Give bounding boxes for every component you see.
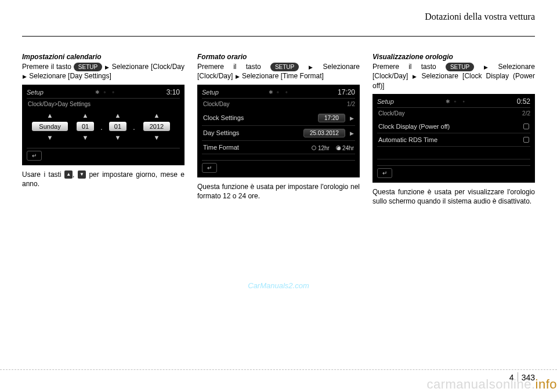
down-key-icon: ▼ — [78, 170, 86, 179]
note-calendar: Usare i tasti ▲, ▼ per impostare giorno,… — [22, 170, 185, 188]
breadcrumb-text: Clock/Day>Day Settings — [28, 101, 91, 107]
chevron-right-icon: ▶ — [350, 130, 354, 136]
column-clock-display: Visualizzazione orologio Premere il tast… — [372, 53, 535, 206]
row-auto-rds-time[interactable]: Automatic RDS Time — [377, 133, 530, 147]
row-value: 17:20 — [318, 114, 345, 122]
radio-24hr[interactable] — [336, 146, 341, 150]
bluetooth-icon: ✱ — [269, 89, 273, 94]
subhead-timeformat: Formato orario — [197, 53, 360, 61]
screen-statusbar: Setup ✱ ▫ ▫ 3:10 — [27, 88, 180, 98]
screen-statusbar: Setup ✱ ▫ ▫ 17:20 — [202, 88, 355, 98]
text-accent: info — [536, 377, 557, 391]
battery-icon: ▫ — [112, 89, 117, 94]
up-arrow-icon[interactable]: ▲ — [136, 111, 178, 119]
up-arrow-icon[interactable]: ▲ — [71, 111, 100, 119]
checkbox[interactable] — [523, 137, 529, 143]
text: Premere il tasto — [197, 63, 270, 71]
down-arrow-icon[interactable]: ▼ — [136, 133, 178, 141]
radio-label-24hr: 24hr — [342, 144, 354, 151]
triangle-icon: ▶ — [484, 64, 488, 71]
page-indicator: 1/2 — [347, 101, 355, 107]
weekday-field[interactable]: Sunday — [32, 122, 68, 131]
instr-timeformat: Premere il tasto SETUP ▶ Selezionare [Cl… — [197, 62, 360, 81]
down-arrow-icon[interactable]: ▼ — [103, 133, 132, 141]
page-header-title: Dotazioni della vostra vettura — [22, 12, 535, 24]
triangle-icon: ▶ — [105, 64, 109, 71]
screen-breadcrumb: Clock/Day>Day Settings — [27, 98, 180, 111]
screen-time-format: Setup ✱ ▫ ▫ 17:20 Clock/Day 1/2 Clock Se… — [197, 85, 360, 178]
row-label: Time Format — [203, 144, 239, 151]
text: Premere il tasto — [372, 63, 446, 71]
screen-breadcrumb: Clock/Day 1/2 — [202, 98, 355, 111]
note-clockdisplay: Questa funzione è usata per visualizzare… — [372, 187, 535, 206]
text: Selezionare [Clock/Day — [110, 63, 185, 71]
battery-icon: ▫ — [462, 99, 467, 103]
screen-title: Setup — [377, 98, 394, 105]
triangle-icon: ▶ — [413, 73, 417, 80]
status-icons: ✱ ▫ ▫ — [266, 89, 291, 95]
back-button[interactable]: ↵ — [202, 163, 217, 173]
breadcrumb-text: Clock/Day — [378, 110, 405, 117]
screen-breadcrumb: Clock/Day 2/2 — [377, 107, 530, 120]
screen-footer: ↵ — [27, 148, 180, 161]
bluetooth-icon: ✱ — [95, 89, 100, 94]
status-icons: ✱ ▫ ▫ — [93, 89, 117, 95]
row-value: 25.03.2012 — [303, 129, 345, 137]
triangle-icon: ▶ — [236, 73, 240, 80]
screen-footer: ↵ — [202, 160, 355, 173]
text: Selezionare [Day Settings] — [27, 72, 111, 80]
up-arrow-icon[interactable]: ▲ — [103, 111, 132, 119]
setup-button-label: SETUP — [446, 63, 474, 71]
text: Selezionare [Time Format] — [240, 72, 324, 80]
checkbox[interactable] — [523, 124, 529, 129]
status-icons: ✱ ▫ ▫ — [443, 98, 468, 104]
screen-clock: 3:10 — [167, 88, 180, 96]
radio-12hr[interactable] — [312, 146, 316, 150]
row-label: Clock Settings — [203, 114, 244, 121]
watermark-carmanualsonline: carmanualsonline.info — [426, 377, 557, 392]
dashed-rule — [0, 369, 557, 370]
row-time-format[interactable]: Time Format 12hr 24hr — [202, 141, 355, 155]
down-arrow-icon[interactable]: ▼ — [71, 133, 100, 141]
watermark-carmanuals2: CarManuals2.com — [248, 281, 309, 290]
screen-title: Setup — [27, 89, 44, 96]
day-field[interactable]: 01 — [77, 122, 94, 131]
row-clock-settings[interactable]: Clock Settings 17:20 ▶ — [202, 111, 355, 126]
triangle-icon: ▶ — [309, 64, 313, 71]
setup-button-label: SETUP — [74, 63, 102, 71]
row-empty — [377, 147, 530, 159]
day-arrows-up: ▲ ▲ . ▲ . ▲ — [27, 111, 180, 120]
instr-calendar: Premere il tasto SETUP ▶ Selezionare [Cl… — [22, 62, 185, 81]
column-calendar-settings: Impostazioni calendario Premere il tasto… — [22, 53, 185, 206]
down-arrow-icon[interactable]: ▼ — [29, 133, 71, 141]
screen-title: Setup — [202, 89, 219, 96]
year-field[interactable]: 2012 — [143, 122, 170, 131]
up-arrow-icon[interactable]: ▲ — [29, 111, 71, 119]
screen-clock-display: Setup ✱ ▫ ▫ 0:52 Clock/Day 2/2 Clock Dis… — [372, 94, 535, 183]
screen-statusbar: Setup ✱ ▫ ▫ 0:52 — [377, 97, 530, 107]
text: , — [73, 170, 78, 179]
up-key-icon: ▲ — [64, 170, 73, 179]
back-button[interactable]: ↵ — [27, 151, 42, 161]
signal-icon: ▫ — [104, 89, 108, 94]
row-label: Day Settings — [203, 129, 239, 136]
screen-clock: 0:52 — [517, 97, 530, 106]
note-timeformat: Questa funzione è usata per impostare l'… — [197, 182, 360, 201]
day-fields: Sunday 01 . 01 . 2012 — [27, 120, 180, 133]
setup-button-label: SETUP — [270, 63, 299, 71]
battery-icon: ▫ — [285, 89, 290, 94]
row-day-settings[interactable]: Day Settings 25.03.2012 ▶ — [202, 126, 355, 141]
page-indicator: 2/2 — [522, 110, 530, 117]
row-label: Automatic RDS Time — [378, 136, 437, 143]
column-time-format: Formato orario Premere il tasto SETUP ▶ … — [197, 53, 360, 206]
breadcrumb-text: Clock/Day — [203, 101, 230, 107]
screen-clock: 17:20 — [338, 88, 355, 96]
radio-label-12hr: 12hr — [318, 144, 330, 151]
back-button[interactable]: ↵ — [377, 168, 392, 178]
content-columns: Impostazioni calendario Premere il tasto… — [22, 53, 535, 206]
row-clock-display-poweroff[interactable]: Clock Display (Power off) — [377, 120, 530, 133]
day-arrows-down: ▼ ▼ . ▼ . ▼ — [27, 133, 180, 142]
month-field[interactable]: 01 — [109, 122, 126, 131]
text: Usare i tasti — [22, 170, 64, 179]
header-rule — [22, 36, 535, 37]
